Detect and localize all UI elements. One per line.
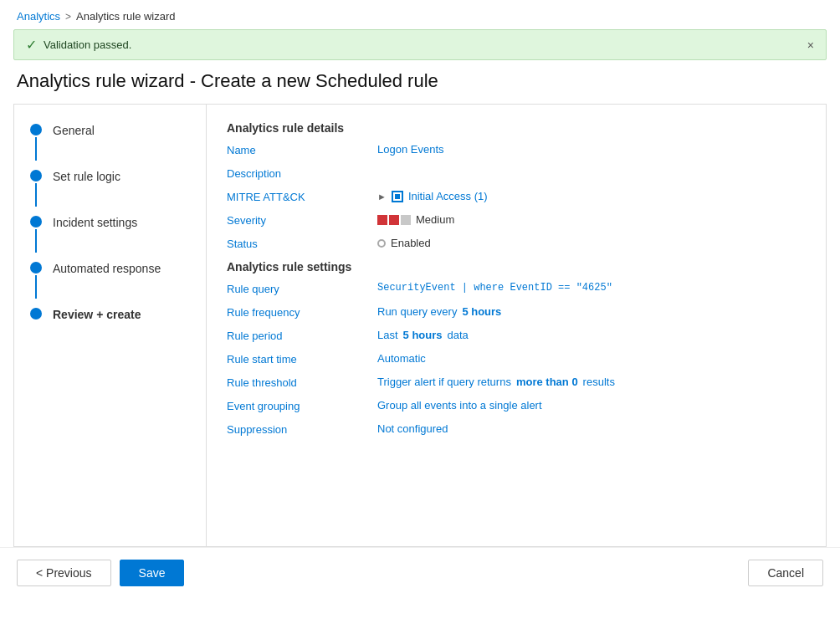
sidebar-item-incident-settings[interactable]: Incident settings [28,213,192,253]
step-label-incident: Incident settings [53,213,137,232]
label-rule-query: Rule query [227,282,377,295]
value-event-grouping: Group all events into a single alert [377,399,806,412]
sidebar: General Set rule logic Incident settings [14,105,207,546]
content-panel: Analytics rule details Name Logon Events… [207,105,826,546]
step-connector-general [28,121,44,161]
sidebar-item-review-create[interactable]: Review + create [28,305,192,324]
row-rule-start-time: Rule start time Automatic [227,352,806,366]
label-status: Status [227,237,377,250]
mitre-chevron-icon: ► [377,192,387,202]
value-rule-threshold: Trigger alert if query returns more than… [377,376,806,388]
label-severity: Severity [227,213,377,227]
sev-block-3 [401,215,411,225]
mitre-value: Initial Access (1) [408,190,488,202]
step-connector-incident [28,213,44,253]
main-container: General Set rule logic Incident settings [13,104,827,547]
validation-banner: ✓ Validation passed. × [13,29,827,60]
close-icon[interactable]: × [807,38,814,52]
label-name: Name [227,143,377,156]
step-label-general: General [53,121,95,140]
label-rule-period: Rule period [227,329,377,342]
rule-period-suffix: data [448,329,469,341]
step-line-2 [35,183,37,207]
breadcrumb-wizard: Analytics rule wizard [76,10,176,23]
label-suppression: Suppression [227,422,377,436]
rule-period-prefix: Last [377,329,398,341]
row-name: Name Logon Events [227,143,806,156]
row-severity: Severity Medium [227,213,806,227]
step-dot-general [30,124,42,135]
sidebar-item-general[interactable]: General [28,121,192,161]
footer: < Previous Save Cancel [0,547,840,598]
label-rule-start-time: Rule start time [227,352,377,366]
rule-frequency-bold: 5 hours [462,305,501,318]
check-circle-icon: ✓ [26,37,37,53]
cancel-button[interactable]: Cancel [748,560,823,586]
footer-left-actions: < Previous Save [17,560,184,586]
step-connector-automated [28,259,44,299]
save-button[interactable]: Save [120,560,185,586]
svg-rect-2 [395,194,400,199]
threshold-suffix: results [583,376,615,388]
step-line-3 [35,229,37,253]
row-status: Status Enabled [227,237,806,250]
rule-frequency-prefix: Run query every [377,305,457,318]
step-label-rule-logic: Set rule logic [53,167,120,186]
step-line-1 [35,137,37,161]
value-rule-query: SecurityEvent | where EventID == "4625" [377,282,806,294]
step-label-review: Review + create [53,305,141,324]
label-description: Description [227,166,377,180]
section-title-settings: Analytics rule settings [227,260,806,274]
section-title-details: Analytics rule details [227,121,806,135]
step-dot-incident [30,216,42,228]
value-mitre: ► Initial Access (1) [377,190,806,202]
row-rule-period: Rule period Last 5 hours data [227,329,806,342]
label-event-grouping: Event grouping [227,399,377,412]
step-connector-rule-logic [28,167,44,207]
mitre-box-icon [392,191,403,202]
value-status: Enabled [377,237,806,249]
status-dot-icon [377,239,386,248]
row-description: Description [227,166,806,180]
label-rule-frequency: Rule frequency [227,305,377,319]
status-text: Enabled [391,237,431,249]
step-line-4 [35,275,37,299]
step-dot-review [30,308,42,320]
label-rule-threshold: Rule threshold [227,376,377,389]
breadcrumb-separator: > [65,11,71,23]
step-dot-rule-logic [30,170,42,182]
validation-message: Validation passed. [44,38,131,51]
value-name: Logon Events [377,143,806,156]
row-suppression: Suppression Not configured [227,422,806,436]
rule-period-bold: 5 hours [403,329,443,341]
sev-block-1 [377,215,387,225]
row-rule-threshold: Rule threshold Trigger alert if query re… [227,376,806,389]
value-rule-period: Last 5 hours data [377,329,806,341]
sev-block-2 [389,215,399,225]
threshold-prefix: Trigger alert if query returns [377,376,511,388]
value-rule-start-time: Automatic [377,352,806,365]
page-title: Analytics rule wizard - Create a new Sch… [0,67,840,104]
row-mitre: MITRE ATT&CK ► Initial Access (1) [227,190,806,203]
sidebar-item-set-rule-logic[interactable]: Set rule logic [28,167,192,207]
previous-button[interactable]: < Previous [17,560,111,586]
row-rule-query: Rule query SecurityEvent | where EventID… [227,282,806,295]
value-severity: Medium [377,213,806,226]
threshold-bold: more than 0 [516,376,578,388]
sidebar-item-automated-response[interactable]: Automated response [28,259,192,299]
value-rule-frequency: Run query every 5 hours [377,305,806,318]
label-mitre: MITRE ATT&CK [227,190,377,203]
severity-text: Medium [416,213,454,226]
breadcrumb: Analytics > Analytics rule wizard [0,0,840,29]
row-rule-frequency: Rule frequency Run query every 5 hours [227,305,806,319]
severity-indicator [377,215,411,225]
step-dot-automated [30,262,42,274]
step-label-automated: Automated response [53,259,161,278]
value-suppression: Not configured [377,422,806,435]
row-event-grouping: Event grouping Group all events into a s… [227,399,806,412]
breadcrumb-analytics[interactable]: Analytics [17,10,60,23]
step-connector-review [28,305,44,320]
